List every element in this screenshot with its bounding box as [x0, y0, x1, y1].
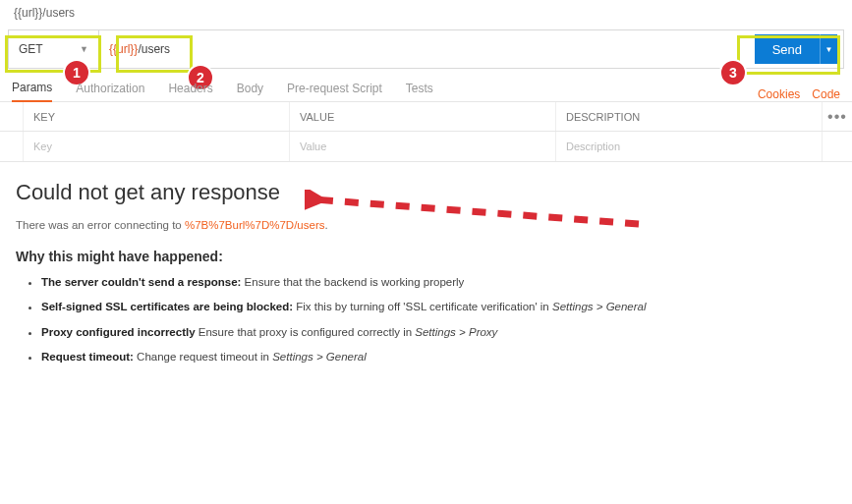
- params-table-header: KEY VALUE DESCRIPTION •••: [0, 102, 852, 132]
- send-button[interactable]: Send: [755, 34, 820, 64]
- reason-bold: The server couldn't send a response:: [41, 276, 241, 288]
- tab-prerequest[interactable]: Pre-request Script: [287, 82, 382, 101]
- response-why-heading: Why this might have happened:: [16, 249, 836, 264]
- http-method-value: GET: [19, 42, 43, 56]
- params-checkbox-col: [0, 102, 24, 131]
- tab-authorization[interactable]: Authorization: [76, 82, 144, 101]
- params-row-checkbox[interactable]: [0, 132, 24, 161]
- response-error-prefix: There was an error connecting to: [16, 219, 185, 231]
- tab-tests[interactable]: Tests: [406, 82, 433, 101]
- response-reason-list: The server couldn't send a response: Ens…: [16, 274, 836, 365]
- tab-headers[interactable]: Headers: [168, 82, 212, 101]
- code-link[interactable]: Code: [812, 87, 840, 101]
- request-tabs: Params Authorization Headers Body Pre-re…: [0, 73, 852, 102]
- response-error-suffix: .: [325, 219, 328, 231]
- send-button-dropdown[interactable]: ▼: [820, 34, 837, 64]
- request-url-breadcrumb: {{url}}/users: [0, 0, 852, 24]
- reason-text: Change request timeout in: [134, 351, 272, 363]
- reason-bold: Proxy configured incorrectly: [41, 326, 196, 338]
- params-col-value: VALUE: [290, 102, 556, 131]
- more-icon: •••: [827, 108, 847, 126]
- list-item: Proxy configured incorrectly Ensure that…: [41, 324, 836, 341]
- reason-text: Ensure that proxy is configured correctl…: [196, 326, 416, 338]
- params-value-input[interactable]: Value: [290, 132, 556, 161]
- response-title: Could not get any response: [16, 180, 836, 205]
- cookies-link[interactable]: Cookies: [758, 87, 800, 101]
- tab-body[interactable]: Body: [237, 82, 263, 101]
- http-method-select[interactable]: GET ▼: [9, 30, 99, 68]
- reason-bold: Self-signed SSL certificates are being b…: [41, 301, 293, 312]
- url-variable-segment: {{url}}: [109, 42, 138, 56]
- reason-text: Fix this by turning off 'SSL certificate…: [293, 301, 552, 312]
- reason-text: Ensure that the backend is working prope…: [241, 276, 464, 288]
- url-path-segment: /users: [138, 42, 170, 56]
- response-panel: Could not get any response There was an …: [0, 162, 852, 383]
- request-row: GET ▼ {{url}}/users Send ▼: [8, 29, 844, 69]
- chevron-down-icon: ▼: [825, 45, 833, 54]
- params-col-key: KEY: [24, 102, 290, 131]
- send-button-group: Send ▼: [755, 30, 843, 68]
- params-table: KEY VALUE DESCRIPTION ••• Key Value Desc…: [0, 102, 852, 162]
- tab-params[interactable]: Params: [12, 81, 52, 102]
- params-description-input[interactable]: Description: [556, 132, 823, 161]
- params-key-input[interactable]: Key: [24, 132, 290, 161]
- reason-italic: Settings > General: [552, 301, 647, 312]
- reason-italic: Settings > General: [272, 351, 367, 363]
- response-error-url[interactable]: %7B%7Burl%7D%7D/users: [185, 219, 325, 231]
- request-url-input[interactable]: {{url}}/users: [99, 30, 755, 68]
- params-more-menu[interactable]: •••: [823, 102, 852, 131]
- response-error-message: There was an error connecting to %7B%7Bu…: [16, 219, 836, 231]
- list-item: The server couldn't send a response: Ens…: [41, 274, 836, 291]
- params-col-description: DESCRIPTION: [556, 102, 823, 131]
- list-item: Self-signed SSL certificates are being b…: [41, 299, 836, 315]
- params-table-row: Key Value Description: [0, 132, 852, 161]
- chevron-down-icon: ▼: [80, 44, 88, 54]
- reason-bold: Request timeout:: [41, 351, 134, 363]
- params-row-extra: [823, 132, 852, 161]
- list-item: Request timeout: Change request timeout …: [41, 349, 836, 365]
- reason-italic: Settings > Proxy: [415, 326, 497, 338]
- tabs-right-links: Cookies Code: [758, 87, 840, 101]
